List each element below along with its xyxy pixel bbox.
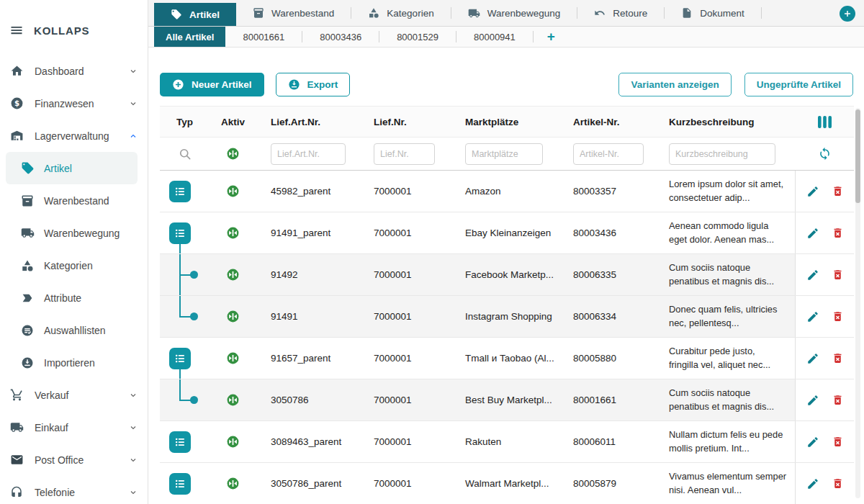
sidebar-item-lagerverwaltung[interactable]: Lagerverwaltung [0, 120, 148, 152]
tab-warenbewegung[interactable]: Warenbewegung [451, 0, 577, 26]
subtab-article[interactable]: 80001529 [379, 27, 456, 47]
delete-button[interactable] [832, 352, 844, 364]
article-list-icon[interactable] [169, 348, 191, 369]
show-variants-button[interactable]: Varianten anzeigen [618, 73, 731, 96]
unchecked-articles-button[interactable]: Ungeprüfte Artikel [744, 73, 853, 96]
refresh-icon [818, 147, 832, 161]
sidebar-item-finanzwesen[interactable]: $ Finanzwesen [0, 87, 148, 120]
tab-artikel[interactable]: Artikel [154, 3, 236, 26]
sidebar-item-auswahllisten[interactable]: Auswahllisten [0, 314, 148, 346]
edit-button[interactable] [806, 394, 819, 407]
category-shapes-icon [20, 258, 35, 273]
edit-button[interactable] [806, 477, 819, 490]
article-list-icon[interactable] [169, 222, 191, 244]
sidebar-item-dashboard[interactable]: Dashboard [0, 55, 148, 87]
table-row: 3089463_parent 7000001 Rakuten 80006011 … [160, 421, 854, 463]
edit-button[interactable] [806, 185, 819, 198]
subtab-article[interactable]: 80000941 [456, 27, 533, 47]
scrollbar-thumb[interactable] [855, 109, 860, 203]
filter-artikel-nr-input[interactable] [573, 143, 644, 165]
columns-icon [818, 116, 832, 128]
return-arrow-icon [594, 7, 606, 19]
sidebar-item-telefonie[interactable]: Telefonie [0, 476, 148, 504]
lief-nr-cell: 7000001 [361, 395, 451, 405]
tree-connector-vertical [179, 379, 181, 400]
sidebar-item-warenbewegung[interactable]: Warenbewegung [0, 217, 148, 249]
active-filter-toggle[interactable] [210, 147, 256, 161]
active-status-icon [210, 435, 256, 449]
hamburger-menu-icon[interactable] [9, 23, 24, 37]
toolbar: Neuer Artikel Export Varianten anzeigen … [148, 48, 864, 106]
pencil-icon [806, 352, 819, 365]
refresh-button[interactable] [795, 147, 854, 161]
sidebar-item-einkauf[interactable]: Einkauf [0, 411, 148, 444]
export-button[interactable]: Export [276, 73, 351, 96]
active-status-icon [210, 477, 256, 490]
add-subtab-button[interactable]: + [534, 27, 569, 47]
edit-button[interactable] [806, 269, 819, 282]
add-tab-button[interactable] [840, 6, 855, 22]
table-row: 91657_parent 7000001 Tmall и Taobao (Al.… [160, 338, 854, 379]
home-icon [9, 64, 24, 78]
article-list-icon[interactable] [169, 473, 191, 495]
edit-button[interactable] [806, 436, 819, 449]
kurzbeschreibung-cell: Vivamus elementum semper nisi. Aenean vu… [656, 470, 795, 497]
tag-icon [20, 161, 35, 176]
articles-table: Typ Aktiv Lief.Art.Nr. Lief.Nr. Marktplä… [160, 106, 854, 504]
delete-button[interactable] [832, 436, 844, 448]
marktplatz-cell: Amazon [451, 186, 559, 197]
edit-button[interactable] [806, 352, 819, 365]
sidebar-item-artikel[interactable]: Artikel [6, 152, 138, 184]
subtabbar: Alle Artikel 80001661 80003436 80001529 … [148, 27, 864, 48]
article-list-icon[interactable] [169, 431, 191, 453]
sidebar-item-verkauf[interactable]: Verkauf [0, 379, 148, 411]
delete-button[interactable] [832, 269, 844, 281]
column-settings-button[interactable] [795, 116, 854, 128]
sidebar-item-kategorien[interactable]: Kategorien [0, 249, 148, 282]
delete-button[interactable] [832, 227, 844, 239]
subtab-alle-artikel[interactable]: Alle Artikel [154, 27, 225, 47]
filter-lief-nr-input[interactable] [374, 143, 435, 165]
lief-art-nr-cell: 91491 [256, 311, 361, 322]
trash-icon [832, 185, 844, 197]
subtab-article[interactable]: 80003436 [302, 27, 379, 47]
filter-marktplaetze-input[interactable] [465, 143, 543, 165]
artikel-nr-cell: 80006011 [559, 436, 656, 447]
article-list-icon[interactable] [169, 181, 191, 202]
lief-art-nr-cell: 3089463_parent [256, 436, 361, 447]
lief-nr-cell: 7000001 [361, 228, 451, 238]
tab-kategorien[interactable]: Kategorien [351, 0, 450, 26]
sidebar-item-post-office[interactable]: Post Office [0, 444, 148, 476]
lief-art-nr-cell: 3050786 [256, 395, 361, 405]
delete-button[interactable] [832, 185, 844, 197]
filter-row [160, 138, 854, 171]
filter-lief-art-nr-input[interactable] [271, 143, 346, 165]
search-icon [160, 147, 210, 161]
table-row: 45982_parent 7000001 Amazon 80003357 Lor… [160, 171, 854, 212]
vertical-scrollbar[interactable] [855, 108, 860, 498]
headset-icon [9, 485, 24, 500]
new-article-button[interactable]: Neuer Artikel [160, 73, 264, 96]
table-row: 91491_parent 7000001 Ebay Kleinanzeigen … [160, 212, 854, 254]
active-status-icon [210, 184, 256, 198]
filter-kurzbeschreibung-input[interactable] [669, 143, 775, 165]
tab-dokument[interactable]: Dokument [665, 0, 761, 26]
sidebar-item-warenbestand[interactable]: Warenbestand [0, 184, 148, 217]
tab-retoure[interactable]: Retoure [577, 0, 664, 26]
tab-warenbestand[interactable]: Warenbestand [236, 0, 351, 26]
artikel-nr-cell: 80003357 [559, 186, 656, 197]
sidebar-item-attribute[interactable]: Attribute [0, 282, 148, 314]
actions-cell [795, 212, 854, 253]
delete-button[interactable] [832, 394, 844, 406]
trash-icon [832, 227, 844, 239]
lief-art-nr-cell: 45982_parent [256, 186, 361, 197]
edit-button[interactable] [806, 310, 819, 323]
edit-button[interactable] [806, 227, 819, 240]
delete-button[interactable] [832, 477, 844, 490]
kurzbeschreibung-cell: Cum sociis natoque penatibus et magnis d… [656, 261, 795, 288]
subtab-article[interactable]: 80001661 [225, 27, 302, 47]
delete-button[interactable] [832, 310, 844, 323]
sidebar-item-importieren[interactable]: Importieren [0, 346, 148, 379]
label-arrow-icon [20, 291, 35, 305]
export-download-icon [288, 78, 300, 91]
